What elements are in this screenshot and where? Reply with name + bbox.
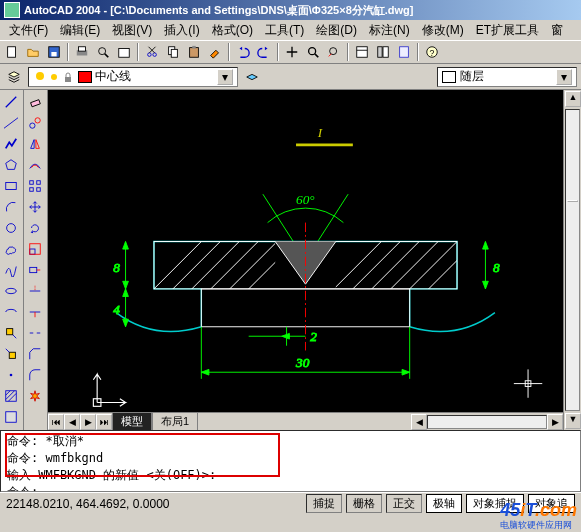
insert-block-tool[interactable] (1, 323, 21, 343)
open-button[interactable] (23, 42, 43, 62)
properties-button[interactable] (352, 42, 372, 62)
tab-last-button[interactable]: ⏭ (96, 414, 112, 430)
tab-layout1[interactable]: 布局1 (152, 412, 198, 431)
status-snap[interactable]: 捕捉 (306, 494, 342, 513)
tab-first-button[interactable]: ⏮ (48, 414, 64, 430)
redo-button[interactable] (254, 42, 274, 62)
publish-button[interactable] (114, 42, 134, 62)
tab-prev-button[interactable]: ◀ (64, 414, 80, 430)
arc-tool[interactable] (1, 197, 21, 217)
svg-line-11 (149, 47, 155, 53)
point-tool[interactable] (1, 365, 21, 385)
hatch-tool[interactable] (1, 386, 21, 406)
menu-format[interactable]: 格式(O) (207, 21, 258, 40)
menu-edit[interactable]: 编辑(E) (55, 21, 105, 40)
erase-tool[interactable] (25, 92, 45, 112)
rect-tool[interactable] (1, 176, 21, 196)
move-tool[interactable] (25, 197, 45, 217)
rotate-tool[interactable] (25, 218, 45, 238)
coords-readout: 22148.0210, 464.4692, 0.0000 (6, 497, 186, 511)
status-otrack[interactable]: 对象追 (528, 494, 575, 513)
command-window[interactable]: 命令: *取消* 命令: wmfbkgnd 输入 WMFBKGND 的新值 <关… (0, 430, 581, 492)
toolpal-button[interactable] (394, 42, 414, 62)
line-tool[interactable] (1, 92, 21, 112)
menu-insert[interactable]: 插入(I) (159, 21, 204, 40)
menu-dim[interactable]: 标注(N) (364, 21, 415, 40)
chamfer-tool[interactable] (25, 344, 45, 364)
revcloud-tool[interactable] (1, 239, 21, 259)
hscroll-right-button[interactable]: ▶ (547, 414, 563, 430)
dropdown-arrow-icon: ▾ (217, 69, 233, 85)
layer-prev-button[interactable] (242, 67, 262, 87)
status-osnap[interactable]: 对象捕捉 (466, 494, 524, 513)
save-button[interactable] (44, 42, 64, 62)
status-polar[interactable]: 极轴 (426, 494, 462, 513)
make-block-tool[interactable] (1, 344, 21, 364)
ellipse-tool[interactable] (1, 281, 21, 301)
svg-line-75 (381, 223, 457, 299)
match-button[interactable] (205, 42, 225, 62)
menu-modify[interactable]: 修改(M) (417, 21, 469, 40)
model-tabs: ⏮ ◀ ▶ ⏭ 模型 布局1 ◀ ▶ (48, 412, 563, 430)
status-grid[interactable]: 栅格 (346, 494, 382, 513)
menu-et[interactable]: ET扩展工具 (471, 21, 544, 40)
svg-rect-28 (65, 77, 71, 82)
ellipse-arc-tool[interactable] (1, 302, 21, 322)
new-button[interactable] (2, 42, 22, 62)
svg-point-34 (6, 288, 17, 293)
menu-tools[interactable]: 工具(T) (260, 21, 309, 40)
hscroll-left-button[interactable]: ◀ (411, 414, 427, 430)
fillet-tool[interactable] (25, 365, 45, 385)
pline-tool[interactable] (1, 134, 21, 154)
region-tool[interactable] (1, 407, 21, 427)
undo-button[interactable] (233, 42, 253, 62)
menu-view[interactable]: 视图(V) (107, 21, 157, 40)
break-tool[interactable] (25, 323, 45, 343)
preview-button[interactable] (93, 42, 113, 62)
status-ortho[interactable]: 正交 (386, 494, 422, 513)
offset-tool[interactable] (25, 155, 45, 175)
scale-tool[interactable] (25, 239, 45, 259)
color-dropdown[interactable]: 随层 ▾ (437, 67, 577, 87)
spline-tool[interactable] (1, 260, 21, 280)
cut-button[interactable] (142, 42, 162, 62)
dim-angle: 60° (296, 192, 315, 207)
mirror-tool[interactable] (25, 134, 45, 154)
zoom-prev-button[interactable] (324, 42, 344, 62)
tab-next-button[interactable]: ▶ (80, 414, 96, 430)
copy-button[interactable] (163, 42, 183, 62)
zoom-button[interactable] (303, 42, 323, 62)
paste-button[interactable] (184, 42, 204, 62)
array-tool[interactable] (25, 176, 45, 196)
hscroll-track[interactable] (427, 415, 547, 429)
stretch-tool[interactable] (25, 260, 45, 280)
color-name: 随层 (460, 68, 484, 85)
xline-tool[interactable] (1, 113, 21, 133)
vscroll-track[interactable] (565, 109, 580, 411)
tab-model[interactable]: 模型 (112, 412, 152, 431)
svg-point-9 (153, 53, 157, 57)
copy-tool[interactable] (25, 113, 45, 133)
layer-dropdown[interactable]: 中心线 ▾ (28, 67, 238, 87)
svg-point-33 (7, 224, 16, 233)
vscroll-down-button[interactable]: ▼ (565, 413, 581, 429)
svg-marker-31 (6, 160, 17, 170)
explode-tool[interactable] (25, 386, 45, 406)
extend-tool[interactable] (25, 302, 45, 322)
pan-button[interactable] (282, 42, 302, 62)
menu-win[interactable]: 窗 (546, 21, 568, 40)
polygon-tool[interactable] (1, 155, 21, 175)
trim-tool[interactable] (25, 281, 45, 301)
print-button[interactable] (72, 42, 92, 62)
layer-manager-button[interactable] (4, 67, 24, 87)
drawing-canvas[interactable]: I 60° (48, 90, 563, 412)
menu-draw[interactable]: 绘图(D) (311, 21, 362, 40)
circle-tool[interactable] (1, 218, 21, 238)
dcenter-button[interactable] (373, 42, 393, 62)
menu-file[interactable]: 文件(F) (4, 21, 53, 40)
vscroll-thumb[interactable] (567, 200, 578, 202)
dim-2: 2 (310, 329, 317, 344)
vscroll-up-button[interactable]: ▲ (565, 91, 581, 107)
help-button[interactable]: ? (422, 42, 442, 62)
modify-toolbar (24, 90, 48, 430)
